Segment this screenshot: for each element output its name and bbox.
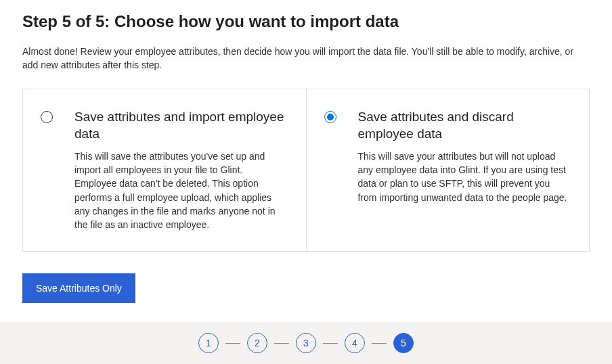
step-connector xyxy=(323,343,338,344)
page-description: Almost done! Review your employee attrib… xyxy=(22,45,590,72)
step-2[interactable]: 2 xyxy=(247,333,267,353)
stepper: 1 2 3 4 5 xyxy=(0,322,612,364)
step-5[interactable]: 5 xyxy=(393,333,414,353)
option-description: This will save your attributes but will … xyxy=(358,150,569,204)
step-connector xyxy=(372,343,387,344)
step-4[interactable]: 4 xyxy=(345,333,365,353)
actions-row: Save Attributes Only xyxy=(22,273,590,303)
option-grid: Save attributes and import employee data… xyxy=(22,89,590,252)
step-1[interactable]: 1 xyxy=(198,333,219,353)
save-attributes-only-button[interactable]: Save Attributes Only xyxy=(22,273,135,303)
option-title: Save attributes and import employee data xyxy=(74,108,286,143)
page-title: Step 5 of 5: Choose how you want to impo… xyxy=(22,12,590,31)
option-save-and-discard[interactable]: Save attributes and discard employee dat… xyxy=(306,89,590,251)
step-connector xyxy=(274,343,289,344)
option-description: This will save the attributes you've set… xyxy=(74,150,286,232)
step-connector xyxy=(225,343,240,344)
option-save-and-import[interactable]: Save attributes and import employee data… xyxy=(23,89,306,251)
radio-icon xyxy=(41,111,53,123)
step-3[interactable]: 3 xyxy=(296,333,316,353)
radio-icon xyxy=(324,111,336,123)
option-title: Save attributes and discard employee dat… xyxy=(358,108,569,143)
